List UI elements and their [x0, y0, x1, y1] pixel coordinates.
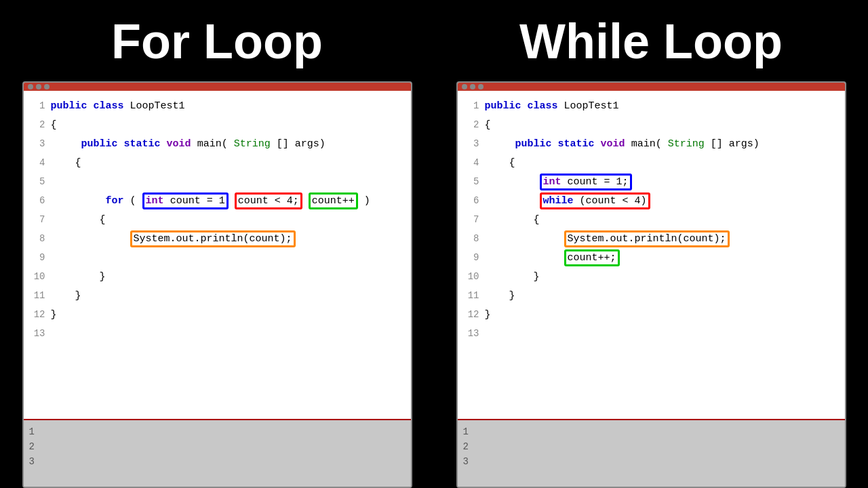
for-loop-bottom: 1 2 3 — [24, 419, 412, 487]
for-update-highlight: count++ — [309, 192, 358, 209]
while-loop-window: 1 public class LoopTest1 2 { — [456, 81, 846, 488]
wcode-line-5: 5 int count = 1; — [458, 172, 845, 191]
code-line-8: 8 System.out.println(count); — [24, 229, 411, 248]
wcode-line-13: 13 — [458, 324, 845, 343]
wcode-line-1: 1 public class LoopTest1 — [458, 96, 845, 115]
code-line-5: 5 — [24, 172, 411, 191]
win-btn-r2 — [470, 84, 475, 89]
code-line-10: 10 } — [24, 267, 411, 286]
wcode-line-7: 7 { — [458, 210, 845, 229]
left-panel: For Loop 1 public class LoopTest1 — [0, 0, 434, 488]
while-println-highlight: System.out.println(count); — [564, 230, 730, 247]
main-container: For Loop 1 public class LoopTest1 — [0, 0, 868, 488]
code-line-9: 9 — [24, 248, 411, 267]
wcode-line-3: 3 public static void main( String [] arg… — [458, 134, 845, 153]
code-line-13: 13 — [24, 324, 411, 343]
wcode-line-10: 10 } — [458, 267, 845, 286]
wcode-line-8: 8 System.out.println(count); — [458, 229, 845, 248]
right-panel: While Loop 1 public class LoopTest1 — [434, 0, 868, 488]
while-condition-highlight: while (count < 4) — [540, 192, 650, 209]
win-btn-r1 — [462, 84, 467, 89]
for-init-highlight: int count = 1 — [142, 192, 229, 209]
while-loop-code: 1 public class LoopTest1 2 { — [458, 91, 845, 419]
for-condition-highlight: count < 4; — [235, 192, 302, 209]
wcode-line-2: 2 { — [458, 115, 845, 134]
for-loop-title: For Loop — [111, 14, 323, 69]
code-line-3: 3 public static void main( String [] arg… — [24, 134, 411, 153]
for-loop-code: 1 public class LoopTest1 2 { — [24, 91, 411, 419]
wcode-line-6: 6 while (count < 4) — [458, 191, 845, 210]
titlebar-right — [458, 83, 845, 91]
wcode-line-9: 9 count++; — [458, 248, 845, 267]
code-line-7: 7 { — [24, 210, 411, 229]
wcode-line-11: 11 } — [458, 286, 845, 305]
win-btn-1 — [28, 84, 33, 89]
code-line-11: 11 } — [24, 286, 411, 305]
win-btn-3 — [44, 84, 50, 89]
while-loop-title: While Loop — [519, 14, 783, 69]
wcode-line-4: 4 { — [458, 153, 845, 172]
for-loop-window: 1 public class LoopTest1 2 { — [22, 81, 412, 488]
code-line-6: 6 for ( int count = 1 count < 4; — [24, 191, 411, 210]
code-line-4: 4 { — [24, 153, 411, 172]
code-line-12: 12 } — [24, 305, 411, 324]
for-println-highlight: System.out.println(count); — [130, 230, 296, 247]
while-update-highlight: count++; — [564, 249, 620, 266]
win-btn-r3 — [478, 84, 484, 89]
while-init-highlight: int count = 1; — [540, 174, 632, 190]
win-btn-2 — [36, 84, 41, 89]
code-line-1: 1 public class LoopTest1 — [24, 96, 411, 115]
wcode-line-12: 12 } — [458, 305, 845, 324]
titlebar-left — [24, 83, 411, 91]
code-line-2: 2 { — [24, 115, 411, 134]
while-loop-bottom: 1 2 3 — [458, 419, 846, 487]
